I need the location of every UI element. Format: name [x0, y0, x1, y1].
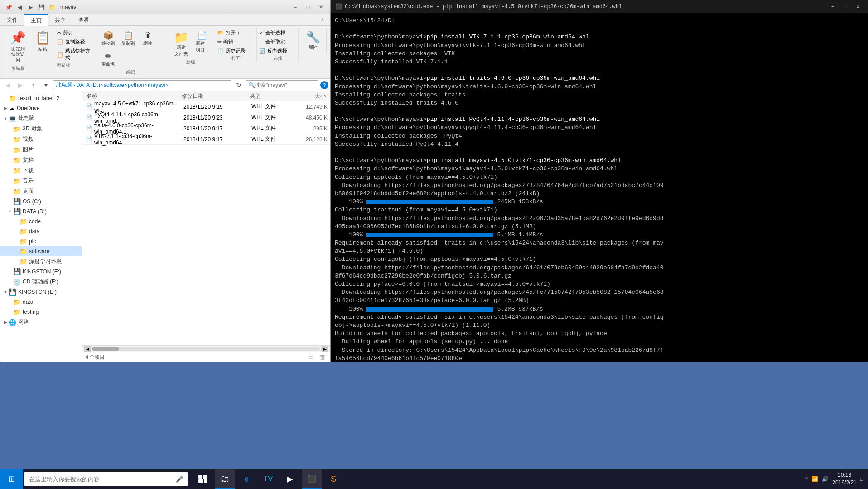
sidebar-item-video[interactable]: 📁 视频 — [0, 134, 82, 144]
sidebar-item-docs[interactable]: 📁 文档 — [0, 155, 82, 165]
col-size-header[interactable]: 大小 — [292, 92, 328, 100]
sidebar-item-code[interactable]: 📁 code — [0, 216, 82, 226]
deselect-all-button[interactable]: ☐ 全部取消 — [257, 38, 298, 46]
move-to-button[interactable]: 📦 移动到 — [99, 29, 118, 48]
sidebar-item-network[interactable]: ▶ 🌐 网络 — [0, 317, 82, 327]
taskbar-search-box[interactable]: 🎤 — [24, 472, 188, 486]
list-view-button[interactable]: ☰ — [307, 353, 316, 361]
sidebar-item-f[interactable]: 💿 CD 驱动器 (F:) — [0, 277, 82, 287]
maximize-button[interactable]: □ — [302, 3, 314, 12]
path-data[interactable]: DATA (D:) — [76, 82, 100, 88]
refresh-button[interactable]: ↻ — [233, 80, 244, 91]
cmd-line: obj->apptools->mayavi==4.5.0+vtk71) (1.1… — [335, 321, 864, 330]
select-all-button[interactable]: ☑ 全部选择 — [257, 29, 298, 37]
sidebar-item-software[interactable]: 📁 software — [0, 246, 82, 256]
file-explorer-taskbar-button[interactable]: 🗂 — [215, 469, 235, 489]
new-folder-button[interactable]: 📁 新建文件夹 — [170, 29, 192, 59]
up-nav-button[interactable]: ↑ — [28, 80, 39, 91]
sidebar-item-result[interactable]: 📁 result_to_label_2 — [0, 93, 82, 103]
system-clock[interactable]: 10:16 2019/2/21 — [832, 471, 856, 487]
tab-view[interactable]: 查看 — [72, 14, 96, 26]
sidebar-item-data[interactable]: 📁 data — [0, 226, 82, 236]
forward-nav-button[interactable]: ▶ — [15, 80, 26, 91]
sidebar-item-data2[interactable]: 📁 data — [0, 297, 82, 307]
sidebar-item-c[interactable]: 💾 OS (C:) — [0, 197, 82, 206]
cmd-close-button[interactable]: ✕ — [852, 2, 864, 11]
paste-shortcut-button[interactable]: 📋 粘贴快捷方式 — [55, 47, 96, 62]
sidebar-item-thispc[interactable]: ▼ 💻 此电脑 — [0, 113, 82, 124]
edge-browser-button[interactable]: e — [236, 469, 256, 489]
file-type: WHL 文件 — [249, 114, 294, 121]
table-row[interactable]: 📄 VTK-7.1.1-cp36-cp36m-win_amd64.... 201… — [82, 134, 330, 145]
folder-icon: 📁 — [13, 177, 21, 185]
col-date-header[interactable]: 修改日期 — [179, 92, 247, 100]
cmd-taskbar-button[interactable]: ⬛ — [302, 469, 322, 489]
sidebar-item-desktop[interactable]: 📁 桌面 — [0, 186, 82, 197]
cmd-line: Requirement already satisfied: six in c:… — [335, 313, 864, 321]
table-row[interactable]: 📄 traits-4.6.0-cp36-cp36m-win_amd64.... … — [82, 123, 330, 134]
properties-button[interactable]: 🔧 属性 — [302, 29, 324, 53]
table-row[interactable]: 📄 PyQt4-4.11.4-cp36-cp36m-win_amd... 201… — [82, 112, 330, 123]
horizontal-scrollbar[interactable]: ◀ ▶ — [82, 345, 330, 352]
address-path[interactable]: 此电脑 › DATA (D:) › software › python › ma… — [53, 80, 231, 90]
ribbon-group-properties: 🔧 属性 — [299, 28, 327, 53]
ribbon-group-organize: 📦 移动到 📋 复制到 🗑 删除 ✏ 重命 — [95, 28, 166, 77]
start-button[interactable]: ⊞ — [0, 469, 23, 489]
copy-to-button[interactable]: 📋 复制到 — [119, 29, 138, 48]
new-item-button[interactable]: 📄 新建项目 ↓ — [193, 29, 211, 59]
rename-button[interactable]: ✏ 重命名 — [99, 49, 118, 69]
ribbon-group-new: 📁 新建文件夹 📄 新建项目 ↓ 新建 — [167, 28, 215, 66]
sidebar-item-downloads[interactable]: 📁 下载 — [0, 165, 82, 176]
arrow-icon: ▶ — [2, 320, 9, 325]
tab-share[interactable]: 共享 — [48, 14, 72, 26]
path-python[interactable]: python — [128, 82, 144, 88]
delete-button[interactable]: 🗑 删除 — [139, 29, 157, 48]
sidebar-item-e[interactable]: 💾 KINGSTON (E:) — [0, 267, 82, 277]
sidebar-item-3d[interactable]: 📁 3D 对象 — [0, 124, 82, 134]
minimize-button[interactable]: − — [289, 3, 301, 12]
copy-path-button[interactable]: 📋 复制路径 — [55, 38, 96, 46]
path-mayavi[interactable]: mayavi — [148, 82, 165, 88]
help-button[interactable]: ? — [320, 81, 328, 89]
path-computer[interactable]: 此电脑 — [56, 81, 72, 89]
close-button[interactable]: ✕ — [315, 3, 327, 12]
ribbon-collapse[interactable]: ∧ — [317, 15, 328, 24]
sidebar-item-pic[interactable]: 📁 pic — [0, 236, 82, 246]
cmd-maximize-button[interactable]: □ — [839, 2, 851, 11]
open-icon: 📂 — [217, 30, 224, 36]
sidebar-item-music[interactable]: 📁 音乐 — [0, 176, 82, 186]
sidebar-item-deeplearning[interactable]: 📁 深度学习环境 — [0, 256, 82, 267]
teamviewer-button[interactable]: TV — [258, 469, 278, 489]
history-button[interactable]: 🕐 历史记录 — [216, 47, 256, 55]
detail-view-button[interactable]: ▦ — [318, 353, 327, 361]
table-row[interactable]: 📄 mayavi-4.5.0+vtk71-cp36-cp36m-wi... 20… — [82, 101, 330, 112]
recent-nav-button[interactable]: ▾ — [40, 80, 51, 91]
search-input[interactable] — [255, 82, 316, 88]
invert-select-button[interactable]: 🔄 反向选择 — [257, 47, 298, 55]
search-box[interactable]: 🔍 — [246, 80, 318, 90]
sidebar-item-pics[interactable]: 📁 图片 — [0, 144, 82, 155]
media-player-button[interactable]: ▶ — [280, 469, 300, 489]
paste-button[interactable]: 📋 粘贴 — [31, 29, 54, 62]
cmd-minimize-button[interactable]: − — [827, 2, 839, 11]
pin-quickaccess-button[interactable]: 📌 固定到快速访问 — [6, 29, 29, 64]
sidebar-item-onedrive[interactable]: ▶ ☁ OneDrive — [0, 103, 82, 113]
tab-file[interactable]: 文件 — [0, 14, 24, 26]
back-nav-button[interactable]: ◀ — [2, 80, 13, 91]
col-name-header[interactable]: 名称 — [84, 92, 179, 100]
cut-button[interactable]: ✂ 剪切 — [55, 29, 96, 37]
ribbon-group-clipboard: 📋 粘贴 ✂ 剪切 📋 复制路径 — [33, 28, 94, 69]
edit-button[interactable]: ✏ 编辑 — [216, 38, 256, 46]
sidebar-item-kingston-e[interactable]: ▼ 💾 KINGSTON (E:) — [0, 287, 82, 297]
search-icon: 🔍 — [248, 82, 255, 88]
tab-home[interactable]: 主页 — [24, 14, 48, 26]
task-view-button[interactable] — [193, 469, 213, 489]
path-software[interactable]: software — [104, 82, 124, 88]
sidebar-item-testing[interactable]: 📁 testing — [0, 307, 82, 317]
sidebar-item-d[interactable]: ▼ 💾 DATA (D:) — [0, 206, 82, 216]
sublime-button[interactable]: S — [323, 469, 343, 489]
open-button[interactable]: 📂 打开 ↓ — [216, 29, 256, 37]
col-type-header[interactable]: 类型 — [247, 92, 292, 100]
taskbar-search-input[interactable] — [29, 476, 174, 483]
paste-icon: 📋 — [35, 30, 51, 45]
